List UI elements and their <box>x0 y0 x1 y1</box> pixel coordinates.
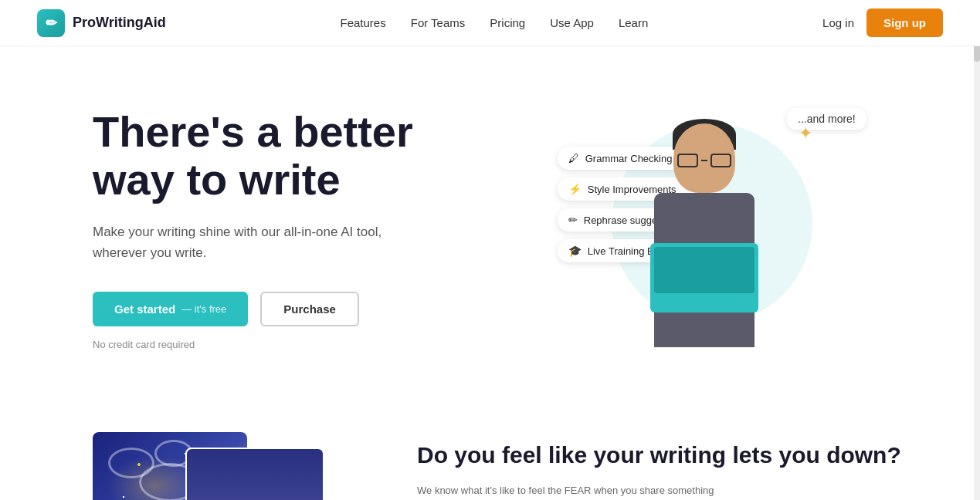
person-laptop <box>650 243 758 312</box>
section-text: We know what it's like to feel the FEAR … <box>417 482 741 500</box>
person-head <box>673 123 735 193</box>
glass-right <box>710 154 731 167</box>
hero-left: There's a better way to write Make your … <box>93 93 506 350</box>
image-front: My idea in my head <box>185 448 324 500</box>
signup-button[interactable]: Sign up <box>866 8 943 37</box>
brand-logo[interactable]: ✏ ProWritingAid <box>37 9 166 37</box>
section-title: Do you feel like your writing lets you d… <box>417 440 918 470</box>
person-glasses <box>677 153 731 168</box>
get-started-button[interactable]: Get started — it's free <box>93 292 248 326</box>
hero-right: ...and more! ✦ 🖊 Grammar Checking ⚡ Styl… <box>506 93 919 370</box>
hero-buttons: Get started — it's free Purchase <box>93 292 506 326</box>
glass-bridge <box>701 160 707 161</box>
nav-links: Features For Teams Pricing Use App Learn <box>341 16 649 30</box>
logo-icon: ✏ <box>37 9 65 37</box>
training-icon: 🎓 <box>568 245 582 257</box>
nav-for-teams[interactable]: For Teams <box>411 16 466 29</box>
person-figure <box>627 123 782 363</box>
no-credit-card-text: No credit card required <box>93 339 506 350</box>
navbar: ✏ ProWritingAid Features For Teams Prici… <box>0 0 980 46</box>
section-content: Do you feel like your writing lets you d… <box>417 432 918 500</box>
second-section: My idea in my head Do you feel like your… <box>0 401 980 500</box>
login-button[interactable]: Log in <box>822 16 854 29</box>
rephrase-icon: ✏ <box>568 214 578 226</box>
star-decoration: ✦ <box>799 123 812 144</box>
nav-pricing[interactable]: Pricing <box>490 16 525 29</box>
grammar-icon: 🖊 <box>568 152 579 164</box>
style-icon: ⚡ <box>568 183 582 195</box>
nav-use-app[interactable]: Use App <box>550 16 594 29</box>
nav-actions: Log in Sign up <box>822 8 943 37</box>
glass-left <box>677 154 698 167</box>
laptop-screen <box>654 247 754 293</box>
nav-learn[interactable]: Learn <box>619 16 648 29</box>
hero-illustration: ...and more! ✦ 🖊 Grammar Checking ⚡ Styl… <box>565 100 859 363</box>
image-stack: My idea in my head <box>93 432 355 500</box>
nav-features[interactable]: Features <box>341 16 386 29</box>
purchase-button[interactable]: Purchase <box>260 292 359 326</box>
hero-subtitle: Make your writing shine with our all-in-… <box>93 221 386 263</box>
hero-section: There's a better way to write Make your … <box>0 46 980 401</box>
logo-text: ProWritingAid <box>73 15 166 31</box>
scrollbar[interactable] <box>974 0 980 500</box>
hero-title: There's a better way to write <box>93 108 506 203</box>
